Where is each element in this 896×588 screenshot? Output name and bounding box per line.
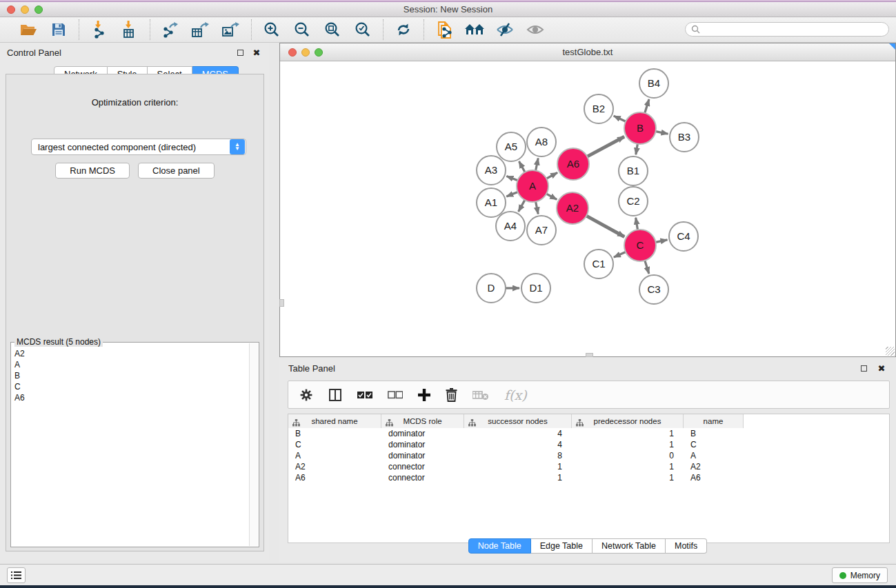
clone-network-icon[interactable] xyxy=(434,19,455,40)
edge-A-A1[interactable] xyxy=(506,192,517,197)
node-A5[interactable]: A5 xyxy=(497,132,526,161)
column-header-shared-name[interactable]: shared name xyxy=(288,414,381,428)
edge-C-C1[interactable] xyxy=(614,252,626,257)
open-file-icon[interactable] xyxy=(18,19,39,40)
table-row[interactable]: A2connector11A2 xyxy=(288,461,889,472)
columns-icon[interactable] xyxy=(328,388,342,402)
result-node-item[interactable]: C xyxy=(12,381,250,392)
gear-icon[interactable] xyxy=(299,388,313,402)
table-row[interactable]: A6connector11A6 xyxy=(288,472,889,483)
result-node-item[interactable]: B xyxy=(12,370,250,381)
export-network-icon[interactable] xyxy=(160,19,181,40)
import-network-icon[interactable] xyxy=(89,19,110,40)
node-B[interactable]: B xyxy=(624,112,656,144)
node-C3[interactable]: C3 xyxy=(639,275,668,304)
run-mcds-button[interactable]: Run MCDS xyxy=(55,163,130,179)
tab-network-table[interactable]: Network Table xyxy=(593,538,666,554)
cell-MCDS-role[interactable]: connector xyxy=(381,461,464,472)
network-graph[interactable]: B4B2BB3A5A8A6A3B1AA1C2A2A4A7C4CC1DD1C3 xyxy=(280,61,895,356)
cell-name[interactable]: A2 xyxy=(684,461,744,472)
main-titlebar[interactable]: Session: New Session xyxy=(0,2,896,17)
edge-A-A7[interactable] xyxy=(536,202,539,214)
cell-successor-nodes[interactable]: 4 xyxy=(464,428,572,439)
table-row[interactable]: Adominator80A xyxy=(288,450,889,461)
houses-icon[interactable] xyxy=(464,19,485,40)
cell-name[interactable]: A xyxy=(684,450,744,461)
node-B4[interactable]: B4 xyxy=(639,69,668,98)
search-input[interactable] xyxy=(704,25,883,34)
tab-node-table[interactable]: Node Table xyxy=(468,538,531,554)
cell-successor-nodes[interactable]: 4 xyxy=(464,439,572,450)
cell-shared-name[interactable]: A2 xyxy=(288,461,381,472)
memory-button[interactable]: Memory xyxy=(832,567,888,583)
cell-successor-nodes[interactable]: 1 xyxy=(464,472,572,483)
cell-MCDS-role[interactable]: connector xyxy=(381,472,464,483)
maximize-window-button[interactable] xyxy=(34,6,43,14)
node-A2[interactable]: A2 xyxy=(557,192,588,224)
float-panel-icon[interactable] xyxy=(235,47,246,58)
result-node-item[interactable]: A6 xyxy=(12,392,250,403)
table-row[interactable]: Cdominator41C xyxy=(288,439,889,450)
node-B1[interactable]: B1 xyxy=(619,156,648,185)
cell-successor-nodes[interactable]: 1 xyxy=(464,461,572,472)
tab-motifs[interactable]: Motifs xyxy=(666,538,707,554)
node-D1[interactable]: D1 xyxy=(521,274,550,303)
edge-C-C3[interactable] xyxy=(645,261,649,274)
import-table-icon[interactable] xyxy=(119,19,140,40)
add-icon[interactable] xyxy=(418,389,430,401)
vertical-scroll-thumb[interactable] xyxy=(279,299,284,307)
cell-predecessor-nodes[interactable]: 1 xyxy=(572,461,684,472)
edge-A-A6[interactable] xyxy=(546,172,557,179)
network-window-titlebar[interactable]: testGlobe.txt xyxy=(280,43,895,61)
node-C4[interactable]: C4 xyxy=(669,222,698,251)
column-header-predecessor-nodes[interactable]: predecessor nodes xyxy=(572,414,684,428)
node-A7[interactable]: A7 xyxy=(527,216,556,245)
select-all-icon[interactable] xyxy=(357,391,372,399)
node-D[interactable]: D xyxy=(477,274,506,303)
resize-grip[interactable] xyxy=(886,347,895,356)
edge-C-C4[interactable] xyxy=(656,240,668,243)
eye-slash-icon[interactable] xyxy=(495,19,515,40)
node-C1[interactable]: C1 xyxy=(584,250,613,278)
cell-shared-name[interactable]: A6 xyxy=(288,472,381,483)
network-canvas[interactable]: B4B2BB3A5A8A6A3B1AA1C2A2A4A7C4CC1DD1C3 xyxy=(280,61,895,356)
search-box[interactable] xyxy=(685,22,889,37)
network-close-button[interactable] xyxy=(288,48,297,57)
cell-shared-name[interactable]: B xyxy=(288,428,381,439)
node-A1[interactable]: A1 xyxy=(477,188,506,217)
node-B3[interactable]: B3 xyxy=(670,123,699,152)
edge-A-A2[interactable] xyxy=(546,194,557,199)
cell-predecessor-nodes[interactable]: 1 xyxy=(572,439,684,450)
table-close-panel-icon[interactable]: ✖ xyxy=(876,363,887,374)
result-node-item[interactable]: A xyxy=(12,359,250,370)
cell-MCDS-role[interactable]: dominator xyxy=(381,450,464,461)
close-panel-button[interactable]: Close panel xyxy=(138,163,215,179)
column-header-name[interactable]: name xyxy=(684,414,744,428)
network-minimize-button[interactable] xyxy=(301,48,310,57)
edge-C-C2[interactable] xyxy=(636,218,638,230)
task-history-button[interactable] xyxy=(7,567,26,583)
table-float-panel-icon[interactable] xyxy=(858,363,869,374)
column-header-MCDS-role[interactable]: MCDS role xyxy=(381,414,464,428)
edge-B-B1[interactable] xyxy=(636,144,638,155)
zoom-out-icon[interactable] xyxy=(292,19,312,40)
cell-shared-name[interactable]: A xyxy=(288,450,381,461)
network-maximize-button[interactable] xyxy=(315,48,323,57)
zoom-selected-icon[interactable] xyxy=(352,19,373,40)
zoom-fit-icon[interactable] xyxy=(322,19,343,40)
edge-A-A8[interactable] xyxy=(536,159,539,171)
node-C[interactable]: C xyxy=(624,230,656,261)
criterion-dropdown[interactable]: largest connected component (directed) ▲… xyxy=(31,139,246,155)
node-B2[interactable]: B2 xyxy=(584,94,613,123)
node-A6[interactable]: A6 xyxy=(557,148,589,180)
edge-A-A5[interactable] xyxy=(519,161,525,172)
cell-predecessor-nodes[interactable]: 1 xyxy=(572,428,684,439)
delete-icon[interactable] xyxy=(446,388,457,402)
column-header-successor-nodes[interactable]: successor nodes xyxy=(464,414,572,428)
edge-B-B3[interactable] xyxy=(656,132,668,134)
node-A8[interactable]: A8 xyxy=(527,128,556,156)
export-table-icon[interactable] xyxy=(190,19,211,40)
edge-A6-B[interactable] xyxy=(587,136,624,156)
cell-predecessor-nodes[interactable]: 1 xyxy=(572,472,684,483)
horizontal-scroll-thumb[interactable] xyxy=(586,353,593,357)
